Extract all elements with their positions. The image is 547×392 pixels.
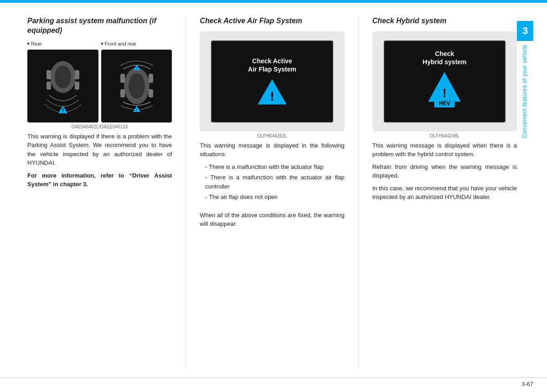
divider-2 xyxy=(358,16,359,368)
svg-text:!: ! xyxy=(270,89,274,103)
col2-list-item-3: - The air flap does not open xyxy=(200,193,344,202)
chapter-title: Convenient features of your vehicle xyxy=(521,45,529,138)
front-rear-car-svg: ! ! xyxy=(114,56,160,116)
svg-text:!: ! xyxy=(62,107,64,113)
page-container: Parking assist system malfunction (if eq… xyxy=(0,0,547,392)
col2-body1: This warning message is displayed in the… xyxy=(200,141,344,159)
chapter-number: 3 xyxy=(517,21,533,41)
col1-title: Parking assist system malfunction (if eq… xyxy=(27,16,172,36)
svg-text:!: ! xyxy=(136,108,137,112)
col1-body2: For more information, refer to “Driver A… xyxy=(27,171,172,189)
col3-title: Check Hybrid system xyxy=(372,16,517,26)
col2-code: OLFH044262L xyxy=(200,133,344,138)
col2-body2: When all of the above conditions are fix… xyxy=(200,211,344,229)
air-flap-triangle-svg: ! xyxy=(256,78,288,106)
parking-images: ! xyxy=(27,50,172,122)
hev-badge: HEV xyxy=(434,99,455,107)
col3-body3: In this case, we recommend that you have… xyxy=(372,184,517,202)
col1-code: OAE046462L/OAEE046116 xyxy=(27,124,172,129)
main-content: Parking assist system malfunction (if eq… xyxy=(0,3,547,377)
svg-rect-11 xyxy=(149,74,153,83)
label-front-rear-item: Front and rear xyxy=(101,41,172,48)
air-flap-display-text: Check Active Air Flap System xyxy=(248,57,296,73)
col1-body1: This warning is displayed if there is a … xyxy=(27,132,172,168)
col3-code: OLFH044248L xyxy=(372,133,517,138)
air-flap-warning-icon: ! xyxy=(256,78,288,106)
page-footer: 3-67 xyxy=(0,377,547,392)
parking-labels-row: Rear Front and rear xyxy=(27,41,172,48)
svg-point-1 xyxy=(55,66,71,88)
svg-text:!: ! xyxy=(136,66,137,70)
hev-warning-icon: ! HEV xyxy=(426,71,463,107)
hybrid-inner-box: Check Hybrid system ! xyxy=(384,41,506,122)
columns-wrapper: Parking assist system malfunction (if eq… xyxy=(27,16,517,368)
col2-list-item-1: - There is a malfunction with the actuat… xyxy=(200,163,344,172)
svg-rect-12 xyxy=(120,89,125,97)
col-parking-assist: Parking assist system malfunction (if eq… xyxy=(27,16,172,368)
rear-car-svg: ! xyxy=(40,56,86,116)
col2-list-item-2: - There is a malfunction with the actuat… xyxy=(200,173,344,191)
col-air-flap: Check Active Air Flap System Check Activ… xyxy=(200,16,344,368)
col-hybrid: Check Hybrid system Check Hybrid system xyxy=(372,16,517,368)
col2-title: Check Active Air Flap System xyxy=(200,16,344,26)
label-rear-item: Rear xyxy=(27,41,98,48)
air-flap-outer-box: Check Active Air Flap System ! xyxy=(200,31,344,132)
svg-rect-4 xyxy=(46,81,51,90)
svg-point-9 xyxy=(129,73,145,99)
col3-body2: Refrain from driving when the warning me… xyxy=(372,163,517,180)
svg-rect-3 xyxy=(75,70,79,79)
label-front-rear: Front and rear xyxy=(101,41,172,46)
divider-1 xyxy=(186,16,186,368)
svg-rect-5 xyxy=(75,81,79,90)
rear-image: ! xyxy=(27,50,98,122)
front-rear-image: ! ! xyxy=(101,50,172,122)
svg-rect-13 xyxy=(149,89,153,97)
label-rear: Rear xyxy=(27,41,98,46)
air-flap-inner-box: Check Active Air Flap System ! xyxy=(211,41,333,122)
hybrid-outer-box: Check Hybrid system ! xyxy=(372,31,517,132)
svg-rect-2 xyxy=(46,70,51,79)
svg-rect-10 xyxy=(120,74,125,83)
col3-body1: This warning message is displayed when t… xyxy=(372,141,517,159)
svg-text:!: ! xyxy=(443,86,447,100)
hybrid-display-text: Check Hybrid system xyxy=(423,50,466,66)
chapter-tab: 3 Convenient features of your vehicle xyxy=(517,16,533,368)
page-number: 3-67 xyxy=(521,381,533,387)
